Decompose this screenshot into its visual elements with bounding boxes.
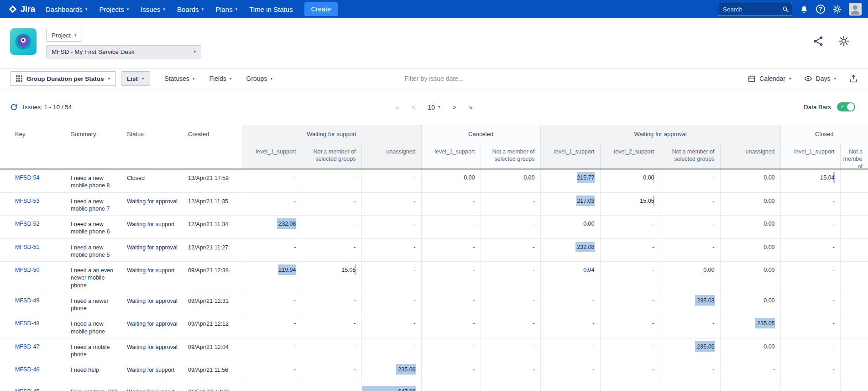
duration-cell: - xyxy=(600,292,660,315)
duration-cell: - xyxy=(660,361,720,383)
duration-cell: 0.00 xyxy=(720,238,780,262)
main-menu: Dashboards▾Projects▾Issues▾Boards▾Plans▾… xyxy=(40,0,298,18)
project-type-dropdown[interactable]: Project ▾ xyxy=(46,29,82,42)
duration-cell: 15.04 xyxy=(780,169,840,192)
chevron-down-icon: ▾ xyxy=(142,77,144,81)
search-box xyxy=(718,3,792,16)
chevron-down-icon: ▾ xyxy=(230,77,232,81)
table-header: KeySummaryStatusCreatedWaiting for suppo… xyxy=(0,125,868,169)
last-page-button[interactable]: » xyxy=(469,103,472,111)
nav-item-dashboards[interactable]: Dashboards▾ xyxy=(40,0,93,18)
duration-cell: - xyxy=(481,262,540,292)
next-page-button[interactable]: > xyxy=(453,103,457,111)
column-header-not-a-member-of-selected-groups: Not a member of selected groups xyxy=(840,143,868,169)
duration-cell: - xyxy=(302,361,361,383)
notifications-icon[interactable] xyxy=(799,4,809,14)
issue-row: MFSD-46I need helpWaiting for support09/… xyxy=(0,361,868,383)
settings-gear-icon[interactable] xyxy=(832,4,842,14)
chevron-down-icon: ▾ xyxy=(193,50,196,54)
chevron-down-icon: ▾ xyxy=(438,105,440,109)
nav-item-time-in-status[interactable]: Time in Status xyxy=(243,0,298,18)
data-bars-toggle[interactable]: ✓ xyxy=(837,102,855,111)
group-header-row: KeySummaryStatusCreatedWaiting for suppo… xyxy=(0,125,868,143)
jira-logo[interactable]: Jira xyxy=(6,5,40,14)
chevron-down-icon: ▾ xyxy=(74,33,77,37)
duration-cell: 217.03 xyxy=(540,192,600,216)
duration-cell: - xyxy=(242,361,302,383)
issue-key-cell: MFSD-47 xyxy=(0,338,64,361)
nav-item-boards[interactable]: Boards▾ xyxy=(171,0,209,18)
issue-row: MFSD-50I need a an even newer mobile pho… xyxy=(0,262,868,292)
nav-item-plans[interactable]: Plans▾ xyxy=(209,0,243,18)
report-settings-gear-icon[interactable] xyxy=(838,35,850,47)
issue-created-date: 21/Feb/20 14:28 xyxy=(181,383,242,391)
issue-key-link[interactable]: MFSD-52 xyxy=(15,221,39,227)
issue-status: Waiting for approval xyxy=(120,292,181,315)
column-header-summary: Summary xyxy=(64,125,120,169)
issue-key-link[interactable]: MFSD-51 xyxy=(15,244,39,250)
first-page-button[interactable]: « xyxy=(395,103,399,111)
issue-key-link[interactable]: MFSD-53 xyxy=(15,198,39,204)
issue-key-cell: MFSD-54 xyxy=(0,169,64,192)
nav-item-issues[interactable]: Issues▾ xyxy=(135,0,171,18)
status-group-header-canceled: Canceled xyxy=(421,125,540,143)
view-mode-button[interactable]: List ▾ xyxy=(121,71,150,86)
issue-key-link[interactable]: MFSD-47 xyxy=(15,343,39,350)
issue-summary: I need a mobile phone xyxy=(64,338,120,361)
issue-created-date: 09/Apr/21 12:04 xyxy=(181,338,242,361)
issue-created-date: 09/Apr/21 12:12 xyxy=(181,315,242,338)
issue-key-link[interactable]: MFSD-45 xyxy=(15,388,39,391)
issue-key-link[interactable]: MFSD-48 xyxy=(15,320,39,327)
fields-dropdown[interactable]: Fields▾ xyxy=(209,75,232,82)
issue-key-link[interactable]: MFSD-46 xyxy=(15,366,39,373)
issue-summary: I need a new mobile phone 8 xyxy=(64,169,120,192)
duration-cell: 235.05 xyxy=(720,315,780,338)
column-header-key: Key xyxy=(0,125,64,169)
statuses-dropdown[interactable]: Statuses▾ xyxy=(165,75,195,82)
refresh-icon[interactable] xyxy=(10,103,18,111)
issue-key-link[interactable]: MFSD-49 xyxy=(15,297,39,304)
issue-row: MFSD-49I need a newer phoneWaiting for a… xyxy=(0,292,868,315)
project-select[interactable]: MFSD - My First Service Desk ▾ xyxy=(46,45,201,58)
duration-cell: - xyxy=(600,216,660,239)
duration-cell: 0.04 xyxy=(540,262,600,292)
column-header-level-2-support: level_2_support xyxy=(600,143,660,169)
duration-cell: 0.00 xyxy=(720,192,780,216)
export-icon[interactable] xyxy=(849,74,858,83)
issue-key-link[interactable]: MFSD-50 xyxy=(15,267,39,273)
calendar-dropdown[interactable]: Calendar ▾ xyxy=(748,74,791,83)
duration-cell: - xyxy=(242,292,302,315)
page-size-dropdown[interactable]: 10 ▾ xyxy=(428,103,440,111)
user-avatar[interactable] xyxy=(849,3,862,16)
create-button[interactable]: Create xyxy=(304,2,338,16)
groups-dropdown[interactable]: Groups▾ xyxy=(246,75,272,82)
nav-item-projects[interactable]: Projects▾ xyxy=(93,0,135,18)
duration-cell: - xyxy=(780,383,840,391)
duration-cell: - xyxy=(421,338,481,361)
issue-row: MFSD-48I need a new mobile phoneWaiting … xyxy=(0,315,868,338)
duration-cell: - xyxy=(600,238,660,262)
duration-cell: 0.00 xyxy=(720,169,780,192)
report-type-button[interactable]: Group Duration per Status ▾ xyxy=(10,71,116,86)
issue-summary: I need a new mobile phone 5 xyxy=(64,238,120,262)
duration-cell: - xyxy=(481,216,540,239)
project-avatar[interactable] xyxy=(10,28,37,55)
check-icon: ✓ xyxy=(840,104,844,110)
duration-cell: 647.96 xyxy=(361,383,421,391)
help-icon[interactable]: ? xyxy=(816,5,825,14)
issue-created-date: 12/Apr/21 11:34 xyxy=(181,216,242,239)
time-unit-dropdown[interactable]: Days ▾ xyxy=(804,74,836,83)
issue-key-link[interactable]: MFSD-54 xyxy=(15,174,39,181)
page-size-value: 10 xyxy=(428,103,435,111)
issue-summary: I need a an even newer mobile phone xyxy=(64,262,120,292)
issue-summary: I need a new mobile phone 6 xyxy=(64,216,120,239)
search-input[interactable] xyxy=(718,3,792,16)
prev-page-button[interactable]: < xyxy=(412,103,416,111)
duration-cell: - xyxy=(660,192,720,216)
duration-cell: - xyxy=(302,169,361,192)
share-icon[interactable] xyxy=(812,35,824,47)
duration-cell: - xyxy=(780,238,840,262)
jira-logo-icon xyxy=(8,5,17,14)
chevron-down-icon: ▾ xyxy=(202,7,204,11)
duration-cell: - xyxy=(660,383,720,391)
